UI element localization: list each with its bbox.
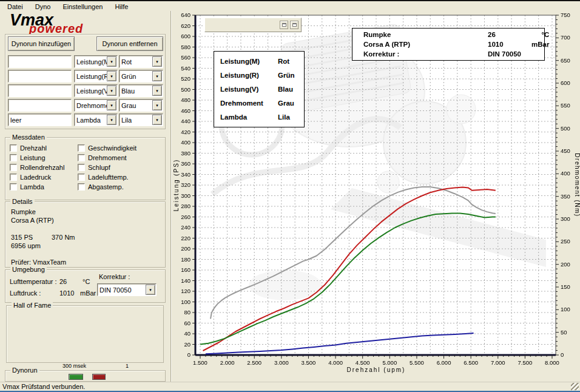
checkbox-ladedruck[interactable]: Ladedruck [10,174,51,181]
menu-einstellungen[interactable]: Einstellungen [61,2,104,11]
legend-label: Leistung(R) [220,72,278,79]
svg-text:120: 120 [181,288,191,294]
korrektur-select[interactable]: DIN 70050 ▼ [97,283,157,296]
svg-text:0: 0 [187,351,191,358]
checkbox-leistung[interactable]: Leistung [10,154,46,161]
color-select-3[interactable]: Blau ▼ [119,84,163,97]
svg-text:480: 480 [181,96,191,103]
svg-text:400: 400 [181,139,191,146]
dynorun-add-button[interactable]: Dynorun hinzufügen [8,36,75,51]
color-select-3-value: Blau [120,87,152,95]
run-name-input-2[interactable] [8,70,72,83]
channel-select-5[interactable]: Lambda ▼ [74,113,118,126]
panel-divider-highlight [171,11,172,382]
svg-text:3.000: 3.000 [274,359,289,366]
run-name-input-1[interactable] [8,55,72,68]
color-select-1-value: Rot [120,58,152,66]
y-right-axis-title: Drehmoment (Nm) [574,153,580,217]
dynorun-remove-button[interactable]: Dynorun entfernen [96,36,163,51]
checkbox-icon[interactable] [10,174,17,181]
korrektur-select-value: DIN 70050 [98,286,146,294]
color-select-2[interactable]: Grün ▼ [119,70,163,83]
checkbox-label: Ladedruck [20,174,51,181]
checkbox-icon[interactable] [78,183,85,191]
color-select-4[interactable]: Grau ▼ [119,99,163,112]
svg-text:520: 520 [181,75,191,82]
run-name-input-3[interactable] [8,84,72,97]
svg-text:600: 600 [181,33,191,39]
resize-grip-icon[interactable] [571,383,579,390]
checkbox-icon[interactable] [10,164,17,171]
chart-window-button-1[interactable] [280,21,288,29]
color-select-2-value: Grün [120,73,152,80]
info-label: Corsa A (RTP) [363,41,488,48]
legend-color: Grau [278,100,304,107]
checkbox-lambda[interactable]: Lambda [10,183,44,191]
svg-text:0: 0 [561,351,564,358]
channel-select-3[interactable]: Leistung(V) ▼ [74,84,118,97]
temp-unit: °C [83,278,90,285]
details-car: Corsa A (RTP) [11,217,54,224]
x-axis-title: Drehzahl (upm) [347,367,406,373]
checkbox-icon[interactable] [78,164,85,171]
messdaten-title: Messdaten [10,133,47,141]
checkbox-rollendrehzahl[interactable]: Rollendrehzahl [10,164,64,171]
checkbox-icon[interactable] [10,144,17,152]
svg-text:340: 340 [181,171,191,178]
channel-select-4[interactable]: Drehmome ▼ [74,99,118,112]
checkbox-icon[interactable] [10,183,17,191]
svg-text:180: 180 [181,256,191,263]
checkbox-drehmoment[interactable]: Drehmoment [78,154,127,161]
menu-hilfe[interactable]: Hilfe [113,2,129,11]
svg-text:450: 450 [561,147,570,154]
checkbox-ladelufttemp[interactable]: Ladelufttemp. [78,174,129,181]
checkbox-icon[interactable] [78,144,85,152]
chevron-down-icon[interactable]: ▼ [152,86,162,96]
svg-text:150: 150 [561,283,570,290]
svg-text:7.500: 7.500 [518,359,532,366]
menu-dyno[interactable]: Dyno [34,2,52,11]
chevron-down-icon[interactable]: ▼ [146,285,155,295]
svg-text:320: 320 [181,181,191,188]
chevron-down-icon[interactable]: ▼ [107,56,116,67]
checkbox-icon[interactable] [78,174,85,181]
menu-datei[interactable]: Datei [6,2,24,11]
channel-select-2[interactable]: Leistung(R) ▼ [74,70,118,83]
info-label: Rumpke [363,31,488,38]
chevron-down-icon[interactable]: ▼ [107,100,116,110]
channel-select-2-value: Leistung(R) [75,73,107,80]
checkbox-icon[interactable] [10,154,17,161]
checkbox-abgastemp[interactable]: Abgastemp. [78,183,124,191]
svg-text:560: 560 [181,54,191,61]
svg-text:540: 540 [181,65,191,72]
details-rpm: 6956 upm [11,242,41,249]
chevron-down-icon[interactable]: ▼ [107,86,116,96]
run-name-input-4[interactable] [8,99,72,112]
chevron-down-icon[interactable]: ▼ [152,115,162,125]
chevron-down-icon[interactable]: ▼ [152,56,162,67]
checkbox-schlupf[interactable]: Schlupf [78,164,110,171]
info-unit [531,50,549,58]
svg-text:500: 500 [561,125,570,132]
chevron-down-icon[interactable]: ▼ [152,71,162,81]
checkbox-icon[interactable] [78,154,85,161]
color-select-5[interactable]: Lila ▼ [119,113,163,126]
svg-text:6.500: 6.500 [464,359,478,366]
color-select-1[interactable]: Rot ▼ [119,55,163,68]
svg-text:620: 620 [181,22,191,29]
svg-text:280: 280 [181,203,191,209]
chart-window-button-2[interactable] [290,21,298,29]
checkbox-drehzahl[interactable]: Drehzahl [10,144,47,152]
channel-select-1[interactable]: Leistung(M ▼ [74,55,118,68]
legend-label: Leistung(V) [220,86,278,93]
checkbox-geschwindigkeit[interactable]: Geschwindigkeit [78,144,137,152]
chevron-down-icon[interactable]: ▼ [107,115,116,125]
chevron-down-icon[interactable]: ▼ [152,100,162,110]
chevron-down-icon[interactable]: ▼ [107,71,116,81]
svg-text:200: 200 [181,245,191,252]
run-name-input-5[interactable]: leer [8,113,72,126]
checkbox-label: Abgastemp. [88,183,124,191]
checkbox-label: Geschwindigkeit [88,144,137,152]
svg-text:460: 460 [181,107,191,114]
hall-of-fame-groupbox: Hall of Fame [6,305,164,363]
